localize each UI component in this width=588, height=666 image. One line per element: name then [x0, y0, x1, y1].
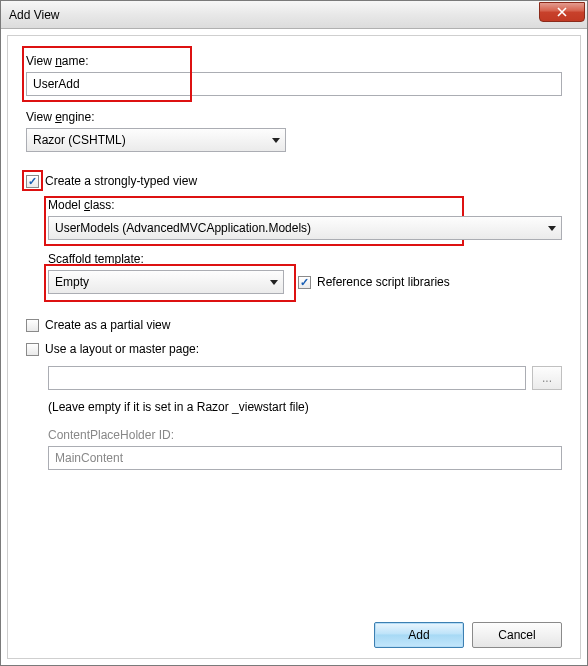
add-button[interactable]: Add	[374, 622, 464, 648]
scaffold-select[interactable]: Empty	[48, 270, 284, 294]
use-layout-label: Use a layout or master page:	[45, 342, 199, 356]
view-engine-value: Razor (CSHTML)	[33, 133, 126, 147]
chevron-down-icon	[543, 217, 561, 239]
use-layout-checkbox[interactable]	[26, 343, 39, 356]
partial-view-checkbox[interactable]	[26, 319, 39, 332]
view-name-label: View name:	[26, 54, 562, 68]
view-engine-select[interactable]: Razor (CSHTML)	[26, 128, 286, 152]
dialog-title: Add View	[9, 8, 59, 22]
view-name-input[interactable]	[26, 72, 562, 96]
titlebar: Add View	[1, 1, 587, 29]
cancel-button[interactable]: Cancel	[472, 622, 562, 648]
scaffold-value: Empty	[55, 275, 89, 289]
browse-label: ...	[542, 371, 552, 385]
strongly-typed-checkbox[interactable]	[26, 175, 39, 188]
dialog-body: View name: View engine: Razor (CSHTML) C…	[7, 35, 581, 659]
cph-id-input	[48, 446, 562, 470]
scaffold-label: Scaffold template:	[48, 252, 562, 266]
model-class-value: UserModels (AdvancedMVCApplication.Model…	[55, 221, 311, 235]
view-engine-label: View engine:	[26, 110, 562, 124]
browse-layout-button: ...	[532, 366, 562, 390]
partial-view-label: Create as a partial view	[45, 318, 170, 332]
model-class-label: Model class:	[48, 198, 562, 212]
reference-scripts-checkbox[interactable]	[298, 276, 311, 289]
layout-hint: (Leave empty if it is set in a Razor _vi…	[48, 400, 562, 414]
chevron-down-icon	[267, 129, 285, 151]
button-bar: Add Cancel	[374, 622, 562, 648]
chevron-down-icon	[265, 271, 283, 293]
close-icon	[557, 7, 567, 17]
reference-scripts-label: Reference script libraries	[317, 275, 450, 289]
cph-id-label: ContentPlaceHolder ID:	[48, 428, 562, 442]
close-button[interactable]	[539, 2, 585, 22]
model-class-select[interactable]: UserModels (AdvancedMVCApplication.Model…	[48, 216, 562, 240]
add-view-dialog: Add View View name: View engine: Razor (…	[0, 0, 588, 666]
layout-path-input	[48, 366, 526, 390]
strongly-typed-label: Create a strongly-typed view	[45, 174, 197, 188]
